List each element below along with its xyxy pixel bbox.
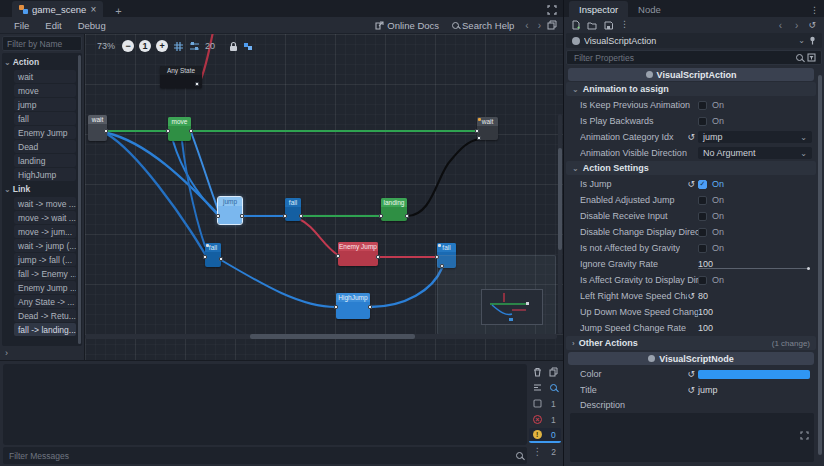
history-icon[interactable]: ↺ bbox=[808, 20, 816, 30]
group-icon[interactable] bbox=[243, 41, 254, 52]
checkbox[interactable] bbox=[698, 196, 707, 205]
save-resource-icon[interactable] bbox=[604, 21, 613, 30]
tree-item-highjump[interactable]: HighJump bbox=[14, 168, 76, 181]
revert-icon[interactable]: ↺ bbox=[687, 291, 695, 301]
checkbox[interactable] bbox=[698, 101, 707, 110]
state-node-highjump[interactable]: HighJump bbox=[336, 293, 370, 319]
number-value[interactable]: 80 bbox=[698, 291, 708, 301]
state-node-jump[interactable]: jump bbox=[218, 197, 242, 224]
menu-debug[interactable]: Debug bbox=[70, 20, 114, 31]
checkbox[interactable] bbox=[698, 276, 707, 285]
copy-output-icon[interactable] bbox=[549, 367, 558, 377]
resource-options-icon[interactable]: ⋮ bbox=[620, 19, 634, 31]
property-filter-icon[interactable] bbox=[807, 53, 816, 62]
filter-properties-input[interactable] bbox=[572, 52, 792, 64]
transition-edge-14[interactable] bbox=[370, 268, 442, 307]
new-resource-icon[interactable] bbox=[572, 20, 580, 30]
filter-messages-input[interactable] bbox=[7, 450, 516, 462]
zoom-out-button[interactable]: − bbox=[122, 40, 134, 52]
float-panel-icon[interactable] bbox=[547, 20, 557, 30]
tree-item-fall[interactable]: fall bbox=[14, 112, 76, 125]
section-action-settings[interactable]: ⌄Action Settings bbox=[566, 161, 816, 175]
tree-item-move-wait[interactable]: move -> wait ... bbox=[14, 211, 76, 224]
number-value[interactable]: 100 bbox=[698, 323, 713, 333]
state-machine-graph[interactable]: Any Statewaitmovewaitjumpfalllandingfall… bbox=[85, 34, 563, 360]
tree-group-link[interactable]: ⌄Link bbox=[4, 182, 76, 196]
tree-item-wait-move[interactable]: wait -> move ... bbox=[14, 197, 76, 210]
tree-item-dead-retu[interactable]: Dead -> Retu... bbox=[14, 309, 76, 322]
search-output-icon[interactable] bbox=[550, 384, 557, 391]
dropdown-animation-category-idx[interactable]: jump⌄ bbox=[698, 131, 812, 143]
dropdown-animation-visible-direction[interactable]: No Argument⌄ bbox=[698, 147, 812, 159]
graph-vscrollbar[interactable] bbox=[558, 114, 562, 334]
expand-icon[interactable] bbox=[800, 431, 809, 442]
checkbox[interactable] bbox=[698, 212, 707, 221]
tree-item-jump[interactable]: jump bbox=[14, 98, 76, 111]
clear-output-icon[interactable] bbox=[533, 367, 542, 377]
search-help-button[interactable]: Search Help bbox=[447, 20, 519, 31]
load-resource-icon[interactable] bbox=[587, 21, 597, 30]
state-node-fall-left[interactable]: fall bbox=[205, 243, 221, 267]
zoom-reset-button[interactable]: 1 bbox=[139, 40, 151, 52]
tree-item-dead[interactable]: Dead bbox=[14, 140, 76, 153]
collapse-duplicates-icon[interactable] bbox=[533, 383, 542, 392]
tree-item-move[interactable]: move bbox=[14, 84, 76, 97]
transition-edge-11[interactable] bbox=[182, 141, 205, 246]
state-node-enemy-jump[interactable]: Enemy Jump bbox=[338, 242, 378, 266]
color-swatch[interactable] bbox=[698, 370, 810, 379]
tab-inspector[interactable]: Inspector bbox=[569, 1, 628, 17]
state-node-landing[interactable]: landing bbox=[381, 198, 407, 221]
lock-icon[interactable] bbox=[229, 41, 238, 52]
description-textarea[interactable] bbox=[570, 413, 814, 462]
transition-edge-5[interactable] bbox=[299, 219, 338, 255]
graph-hscrollbar[interactable] bbox=[85, 334, 557, 339]
toggle-warnings[interactable]: ! 0 bbox=[529, 428, 561, 443]
slider-track[interactable] bbox=[698, 268, 810, 269]
snap-value[interactable]: 20 bbox=[205, 41, 215, 51]
transition-edge-8[interactable] bbox=[107, 133, 218, 214]
tree-scrollbar[interactable] bbox=[78, 55, 81, 344]
zoom-in-button[interactable]: + bbox=[156, 40, 168, 52]
number-value[interactable]: 100 bbox=[698, 307, 713, 317]
menu-edit[interactable]: Edit bbox=[37, 20, 69, 31]
add-tab-button[interactable]: + bbox=[111, 5, 125, 17]
history-back-icon[interactable]: ‹ bbox=[522, 20, 531, 31]
menu-file[interactable]: File bbox=[6, 20, 37, 31]
pin-icon[interactable] bbox=[809, 36, 816, 45]
tree-item-any-state[interactable]: Any State -> ... bbox=[14, 295, 76, 308]
transition-edge-7[interactable] bbox=[407, 139, 479, 216]
dock-menu-icon[interactable]: ⋮ bbox=[810, 5, 824, 17]
tree-item-fall-landing[interactable]: fall -> landing... bbox=[14, 323, 76, 336]
checkbox[interactable] bbox=[698, 244, 707, 253]
section-other-actions[interactable]: ›Other Actions(1 change) bbox=[566, 336, 816, 350]
tree-item-landing[interactable]: landing bbox=[14, 154, 76, 167]
snap-grid-icon[interactable] bbox=[173, 41, 184, 52]
section-animation-to-assign[interactable]: ⌄Animation to assign bbox=[566, 82, 816, 96]
tree-item-move-jum[interactable]: move -> jum... bbox=[14, 225, 76, 238]
snap-guides-icon[interactable] bbox=[189, 41, 200, 52]
inspector-forward-icon[interactable]: › bbox=[792, 20, 801, 31]
toggle-messages[interactable]: 1 bbox=[529, 396, 561, 411]
tree-group-action[interactable]: ⌄Action bbox=[4, 55, 76, 69]
scene-tab[interactable]: game_scene × bbox=[12, 1, 103, 17]
output-extra-row[interactable]: ⋮ 2 bbox=[529, 444, 561, 459]
online-docs-button[interactable]: Online Docs bbox=[370, 20, 444, 31]
toggle-errors[interactable]: × 1 bbox=[529, 412, 561, 427]
state-node-move[interactable]: move bbox=[168, 117, 191, 141]
revert-icon[interactable]: ↺ bbox=[687, 385, 695, 395]
checkbox[interactable]: ✓ bbox=[698, 180, 707, 189]
tree-item-enemy-jump[interactable]: Enemy Jump ... bbox=[14, 281, 76, 294]
filter-by-name-input[interactable] bbox=[2, 36, 82, 51]
inspector-scrollbar[interactable] bbox=[818, 75, 822, 455]
tab-node[interactable]: Node bbox=[628, 1, 671, 17]
distraction-free-icon[interactable] bbox=[547, 5, 557, 15]
tree-item-enemy-jump[interactable]: Enemy Jump bbox=[14, 126, 76, 139]
revert-icon[interactable]: ↺ bbox=[687, 369, 695, 379]
revert-icon[interactable]: ↺ bbox=[687, 179, 695, 189]
revert-icon[interactable]: ↺ bbox=[687, 132, 695, 142]
close-icon[interactable]: × bbox=[90, 5, 96, 14]
checkbox[interactable] bbox=[698, 228, 707, 237]
graph-minimap[interactable] bbox=[437, 255, 556, 335]
checkbox[interactable] bbox=[698, 117, 707, 126]
transition-edge-13[interactable] bbox=[221, 260, 336, 307]
